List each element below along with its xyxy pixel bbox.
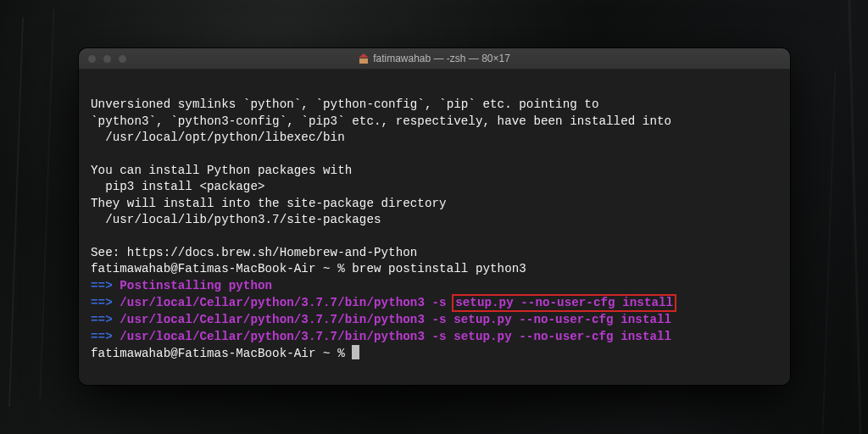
zoom-icon[interactable] — [118, 54, 127, 64]
step-text: Postinstalling python — [113, 279, 272, 292]
prompt-line: fatimawahab@Fatimas-MacBook-Air ~ % — [91, 347, 359, 360]
output-line: ==> Postinstalling python — [91, 279, 272, 292]
step-text: /usr/local/Cellar/python/3.7.7/bin/pytho… — [113, 313, 454, 326]
arrow-prefix: ==> — [91, 330, 113, 343]
output-line: See: https://docs.brew.sh/Homebrew-and-P… — [91, 246, 417, 259]
output-line: ==> /usr/local/Cellar/python/3.7.7/bin/p… — [91, 296, 676, 309]
output-line: fatimawahab@Fatimas-MacBook-Air ~ % brew… — [91, 262, 526, 275]
highlight-box: setup.py --no-user-cfg install — [452, 294, 676, 312]
output-line: `python3`, `python3-config`, `pip3` etc.… — [91, 114, 671, 128]
output-line: /usr/local/lib/python3.7/site-packages — [91, 213, 381, 226]
output-line: Unversioned symlinks `python`, `python-c… — [91, 97, 598, 111]
title-text: fatimawahab — -zsh — 80×17 — [373, 53, 510, 64]
home-icon — [359, 54, 369, 64]
output-line: pip3 install <package> — [91, 180, 265, 193]
terminal-window: fatimawahab — -zsh — 80×17 Unversioned s… — [79, 48, 790, 385]
step-text: setup.py --no-user-cfg install — [455, 296, 673, 309]
window-controls — [87, 54, 127, 64]
arrow-prefix: ==> — [91, 313, 113, 326]
arrow-prefix: ==> — [91, 296, 113, 309]
minimize-icon[interactable] — [103, 54, 112, 64]
output-line: They will install into the site-package … — [91, 197, 447, 210]
cursor-block — [352, 345, 359, 359]
step-text: setup.py --no-user-cfg install — [453, 330, 671, 343]
step-text: /usr/local/Cellar/python/3.7.7/bin/pytho… — [113, 296, 454, 309]
output-line: ==> /usr/local/Cellar/python/3.7.7/bin/p… — [91, 330, 671, 343]
step-text: /usr/local/Cellar/python/3.7.7/bin/pytho… — [113, 330, 454, 343]
titlebar[interactable]: fatimawahab — -zsh — 80×17 — [79, 48, 790, 70]
close-icon[interactable] — [87, 54, 97, 64]
step-text: setup.py --no-user-cfg install — [453, 313, 671, 326]
window-title: fatimawahab — -zsh — 80×17 — [79, 53, 790, 64]
terminal-body[interactable]: Unversioned symlinks `python`, `python-c… — [79, 70, 790, 385]
output-line: You can install Python packages with — [91, 164, 352, 177]
prompt-text: fatimawahab@Fatimas-MacBook-Air ~ % — [91, 347, 352, 360]
arrow-prefix: ==> — [91, 279, 113, 292]
output-line: ==> /usr/local/Cellar/python/3.7.7/bin/p… — [91, 313, 671, 326]
output-line: /usr/local/opt/python/libexec/bin — [91, 131, 345, 144]
